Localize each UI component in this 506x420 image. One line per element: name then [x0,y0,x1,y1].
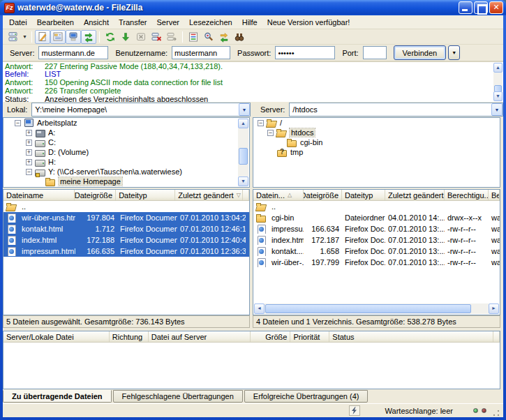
remote-list-hscrollbar[interactable]: ◄ ► [254,303,499,314]
maximize-button[interactable] [474,1,488,14]
column-header-dateigroesse[interactable]: Dateigröße [304,190,342,200]
tree-item-drive-c[interactable]: C: [3,137,249,147]
toggle-message-log-button[interactable] [35,30,50,44]
tree-item-drive-y[interactable]: Y: (\\Cd-server\Tauschen\a.waterwiese) [3,167,249,177]
column-header-zuletzt-geaendert[interactable]: Zuletzt geändert [385,190,445,200]
collapse-icon[interactable] [26,169,32,175]
port-input[interactable] [363,46,387,59]
expand-icon[interactable] [26,130,32,136]
expand-icon[interactable] [26,159,32,165]
column-header-groesse[interactable]: Größe [251,331,290,342]
file-row[interactable]: wir-über-... 197.799 Firefox Doc... 07.0… [253,257,500,268]
tree-item-drive-h[interactable]: H: [3,157,249,167]
cancel-button[interactable] [133,30,149,44]
tree-item-tmp[interactable]: tmp [253,147,500,157]
column-header-dateiname[interactable]: Dateiname [3,190,75,200]
sync-browsing-button[interactable] [216,30,232,44]
filter-button[interactable] [186,30,201,44]
menu-neue-version[interactable]: Neue Version verfügbar! [262,17,355,28]
scroll-left-icon[interactable]: ◄ [254,303,265,314]
column-header-status[interactable]: Status [329,331,493,342]
file-row[interactable]: cgi-bin Dateiordner 04.01.2010 14:... dr… [253,212,500,223]
process-queue-button[interactable] [118,30,133,44]
tree-item-cgi-bin[interactable]: cgi-bin [253,137,500,147]
speed-limit-icon[interactable] [349,405,360,416]
column-header-server-lokale-datei[interactable]: Server/Lokale Datei [3,331,110,342]
tree-item-drive-a[interactable]: A: [3,128,249,137]
compare-button[interactable] [201,30,216,44]
chevron-down-icon[interactable]: ▼ [491,103,503,116]
file-row[interactable]: impressum.html 166.635 Firefox Document … [3,246,249,257]
column-header-richtung[interactable]: Richtung [110,331,149,342]
toggle-queue-button[interactable] [81,30,96,44]
toggle-remote-tree-button[interactable] [66,30,81,44]
site-manager-button[interactable] [6,30,21,44]
refresh-button[interactable] [103,30,118,44]
file-row-parent[interactable]: .. [253,201,500,212]
tree-item-htdocs[interactable]: htdocs [253,128,500,137]
menu-transfer[interactable]: Transfer [114,17,152,28]
disconnect-button[interactable] [149,30,164,44]
scroll-right-icon[interactable]: ► [489,303,499,314]
column-header-dateigroesse[interactable]: Dateigröße [75,190,116,200]
compare-icon [203,31,214,43]
collapse-icon[interactable] [15,120,21,126]
scroll-down-icon[interactable]: ▼ [238,177,248,186]
collapse-icon[interactable] [267,130,274,136]
tree-item-root[interactable]: / [253,118,500,128]
column-header-dateiname[interactable]: Datein...△ [253,190,304,200]
menu-bearbeiten[interactable]: Bearbeiten [32,17,79,28]
column-header-prioritaet[interactable]: Priorität [290,331,329,342]
file-row[interactable]: impressu... 166.634 Firefox Doc... 07.01… [253,223,500,234]
column-header-besitzer[interactable]: Bes... [489,190,500,200]
tab-erfolgreiche-uebertragungen[interactable]: Erfolgreiche Übertragungen (4) [244,390,369,403]
column-header-zuletzt-geaendert[interactable]: Zuletzt geändert▽ [175,190,243,200]
menu-hilfe[interactable]: Hilfe [237,17,262,28]
menu-ansicht[interactable]: Ansicht [79,17,114,28]
tab-zu-uebertragende-dateien[interactable]: Zu übertragende Dateien [3,390,112,403]
expand-icon[interactable] [26,140,32,146]
tree-item-drive-d[interactable]: D: (Volume) [3,147,249,157]
tree-item-meine-homepage[interactable]: meine Homepage [3,177,249,186]
file-row[interactable]: index.html 172.187 Firefox Doc... 07.01.… [253,234,500,246]
remote-path-combo[interactable]: /htdocs ▼ [289,103,503,117]
close-button[interactable] [489,1,503,14]
resize-grip[interactable] [492,409,500,417]
local-tree-scrollbar[interactable]: ▲ ▼ [238,119,248,186]
chevron-down-icon[interactable]: ▼ [239,103,250,116]
scrollbar-thumb[interactable] [265,304,471,313]
title-bar[interactable]: Fz waterwde@waterw.de - FileZilla [0,0,506,15]
column-header-datei-auf-server[interactable]: Datei auf Server [149,331,251,342]
scrollbar-thumb[interactable] [239,148,248,165]
toggle-local-tree-button[interactable] [50,30,66,44]
server-input[interactable] [38,46,108,59]
column-header-dateityp[interactable]: Dateityp [342,190,385,200]
menu-datei[interactable]: Datei [4,17,32,28]
file-row-parent[interactable]: .. [3,201,249,212]
quickconnect-dropdown[interactable]: ▼ [448,45,460,60]
tree-item-arbeitsplatz[interactable]: Arbeitsplatz [3,118,249,128]
scroll-up-icon[interactable]: ▲ [238,119,248,128]
minimize-button[interactable] [459,1,472,14]
file-row[interactable]: kontakt.... 1.658 Firefox Doc... 07.01.2… [253,246,500,257]
scroll-up-icon[interactable]: ▲ [493,63,503,73]
menu-server[interactable]: Server [152,17,184,28]
file-row[interactable]: kontakt.html 1.712 Firefox Document 07.0… [3,223,249,234]
find-button[interactable] [232,30,247,44]
site-manager-dropdown[interactable]: ▼ [21,30,29,44]
column-header-berechtigungen[interactable]: Berechtigu... [445,190,489,200]
username-input[interactable] [172,46,230,59]
local-path-combo[interactable]: Y:\meine Homepage\ ▼ [31,103,251,117]
expand-icon[interactable] [26,149,32,156]
quickconnect-button[interactable]: Verbinden [394,45,447,60]
column-header-dateityp[interactable]: Dateityp [116,190,175,200]
file-row[interactable]: wir-über-uns.html 197.804 Firefox Docume… [3,212,249,223]
reconnect-button[interactable] [164,30,179,44]
file-row[interactable]: index.html 172.188 Firefox Document 07.0… [3,234,249,246]
scroll-down-icon[interactable]: ▼ [493,91,503,101]
password-input[interactable] [275,46,335,59]
menu-lesezeichen[interactable]: Lesezeichen [184,17,237,28]
collapse-icon[interactable] [258,120,264,126]
tab-fehlgeschlagene-uebertragungen[interactable]: Fehlgeschlagene Übertragungen [113,390,243,403]
log-scrollbar[interactable]: ▲ ▼ [493,63,503,101]
